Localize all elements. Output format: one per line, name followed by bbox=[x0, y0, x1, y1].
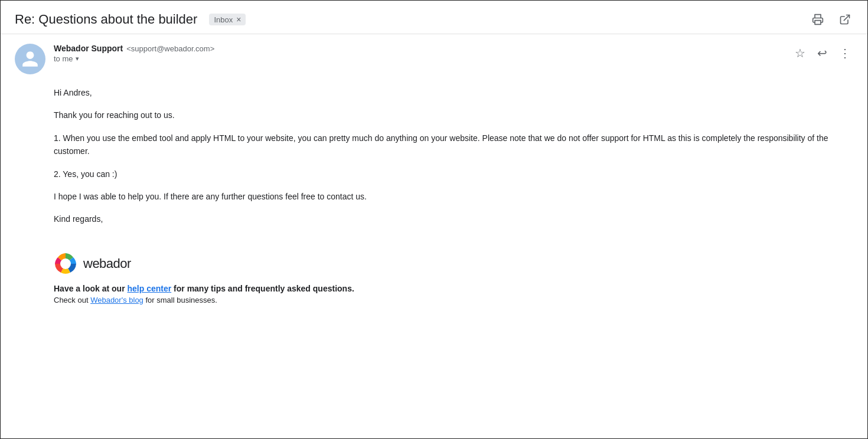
sig-line1-post: for many tips and frequently asked quest… bbox=[171, 284, 354, 293]
signature-line2: Check out Webador's blog for small busin… bbox=[54, 296, 853, 304]
header-left: Re: Questions about the builder Inbox × bbox=[15, 12, 246, 27]
email-para4: I hope I was able to help you. If there … bbox=[54, 190, 853, 203]
email-signature: webador Have a look at our help center f… bbox=[15, 240, 853, 304]
chevron-down-icon[interactable]: ▾ bbox=[76, 55, 79, 63]
svg-point-3 bbox=[60, 258, 71, 269]
avatar-icon bbox=[21, 50, 40, 68]
open-in-new-icon bbox=[839, 14, 851, 25]
email-body: Webador Support <support@webador.com> to… bbox=[1, 34, 867, 304]
sender-name: Webador Support bbox=[54, 44, 123, 53]
avatar bbox=[15, 44, 45, 74]
print-button[interactable] bbox=[810, 11, 826, 28]
sender-left: Webador Support <support@webador.com> to… bbox=[15, 44, 214, 74]
email-para1: Thank you for reaching out to us. bbox=[54, 109, 853, 122]
sender-row: Webador Support <support@webador.com> to… bbox=[15, 44, 853, 74]
email-para2: 1. When you use the embed tool and apply… bbox=[54, 132, 853, 158]
sig-line1-pre: Have a look at our bbox=[54, 284, 127, 293]
email-subject: Re: Questions about the builder bbox=[15, 12, 197, 27]
webador-logo-icon bbox=[54, 252, 77, 276]
signature-line1: Have a look at our help center for many … bbox=[54, 284, 853, 293]
sender-info: Webador Support <support@webador.com> to… bbox=[54, 44, 214, 63]
email-container: Re: Questions about the builder Inbox × bbox=[0, 0, 868, 439]
sig-line2-pre: Check out bbox=[54, 296, 90, 304]
to-me-text: to me bbox=[54, 54, 73, 63]
to-me-line: to me ▾ bbox=[54, 54, 214, 63]
webador-blog-link[interactable]: Webador's blog bbox=[90, 296, 143, 304]
email-greeting: Hi Andres, bbox=[54, 86, 853, 99]
print-icon bbox=[812, 14, 824, 25]
action-icons: ☆ ↩ ⋮ bbox=[792, 44, 853, 63]
sender-name-line: Webador Support <support@webador.com> bbox=[54, 44, 214, 53]
help-center-link[interactable]: help center bbox=[127, 284, 171, 293]
open-in-new-button[interactable] bbox=[837, 11, 853, 28]
email-header: Re: Questions about the builder Inbox × bbox=[1, 1, 867, 34]
star-button[interactable]: ☆ bbox=[792, 44, 808, 63]
email-content: Hi Andres, Thank you for reaching out to… bbox=[15, 84, 853, 240]
svg-line-1 bbox=[844, 15, 849, 21]
inbox-close-button[interactable]: × bbox=[236, 15, 241, 24]
webador-logo-text: webador bbox=[83, 256, 131, 271]
svg-rect-0 bbox=[815, 21, 821, 25]
email-para5: Kind regards, bbox=[54, 212, 853, 225]
inbox-label: Inbox bbox=[214, 15, 233, 24]
sig-line2-post: for small businesses. bbox=[143, 296, 217, 304]
email-para3: 2. Yes, you can :) bbox=[54, 168, 853, 181]
more-actions-button[interactable]: ⋮ bbox=[837, 44, 853, 63]
sender-email: <support@webador.com> bbox=[126, 44, 214, 53]
header-action-icons bbox=[810, 11, 853, 28]
reply-button[interactable]: ↩ bbox=[815, 44, 830, 63]
inbox-badge: Inbox × bbox=[209, 14, 246, 25]
webador-logo: webador bbox=[54, 252, 853, 276]
